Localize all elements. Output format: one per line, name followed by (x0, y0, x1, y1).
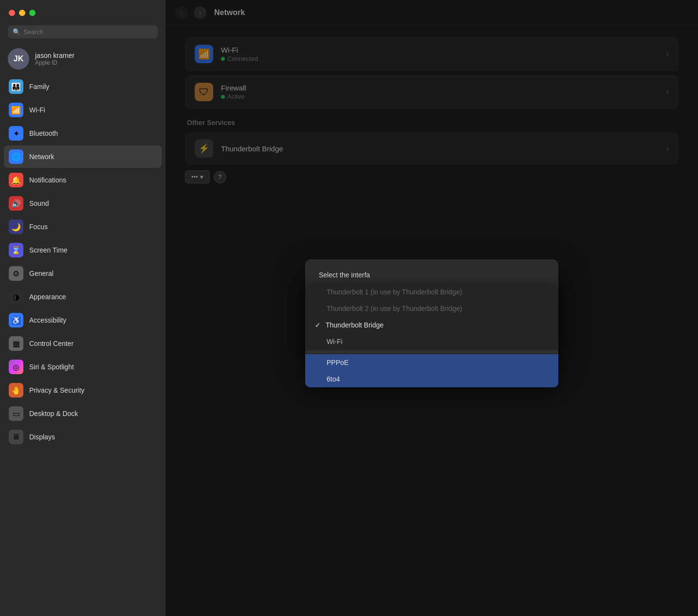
search-input[interactable] (23, 28, 153, 36)
dropdown-separator (305, 352, 558, 352)
notifications-icon: 🔔 (9, 173, 23, 187)
sidebar-label-siri-spotlight: Siri & Spotlight (29, 363, 74, 371)
sidebar-label-control-center: Control Center (29, 340, 73, 347)
dropdown-section-top: Thunderbolt 1 (in use by Thunderbolt Bri… (305, 284, 558, 350)
maximize-button[interactable] (29, 10, 36, 16)
dropdown-item-tb1[interactable]: Thunderbolt 1 (in use by Thunderbolt Bri… (305, 284, 558, 300)
displays-icon: 🖥 (9, 430, 23, 444)
general-icon: ⚙ (9, 266, 23, 281)
sidebar-label-accessibility: Accessibility (29, 316, 66, 324)
sidebar-item-general[interactable]: ⚙General (4, 262, 162, 285)
bluetooth-icon: ✦ (9, 126, 23, 141)
sidebar-item-sound[interactable]: 🔊Sound (4, 192, 162, 215)
main-content: ‹ › Network 📶 Wi-Fi Connected › 🛡 Firewa… (165, 0, 698, 616)
privacy-security-icon: 🤚 (9, 383, 23, 398)
dropdown-item-tbbridge[interactable]: Thunderbolt Bridge (305, 317, 558, 333)
sidebar-item-siri-spotlight[interactable]: ◎Siri & Spotlight (4, 356, 162, 378)
sidebar-label-screen-time: Screen Time (29, 246, 68, 254)
sound-icon: 🔊 (9, 196, 23, 211)
interface-dropdown-popup: Thunderbolt 1 (in use by Thunderbolt Bri… (305, 284, 558, 387)
sidebar-label-network: Network (29, 153, 54, 161)
dropdown-item-6to4[interactable]: 6to4 (305, 371, 558, 387)
sidebar-item-bluetooth[interactable]: ✦Bluetooth (4, 122, 162, 145)
sidebar-titlebar (0, 0, 165, 25)
sidebar-item-desktop-dock[interactable]: ▭Desktop & Dock (4, 402, 162, 425)
avatar: JK (8, 48, 29, 70)
user-subtitle: Apple ID (35, 59, 74, 66)
user-info: jason kramer Apple ID (35, 52, 74, 66)
sidebar-item-appearance[interactable]: ◑Appearance (4, 286, 162, 308)
sidebar-label-bluetooth: Bluetooth (29, 129, 58, 137)
sidebar-label-appearance: Appearance (29, 293, 66, 301)
sidebar-item-network[interactable]: 🌐Network (4, 145, 162, 168)
family-icon: 👨‍👩‍👧 (9, 79, 23, 94)
dropdown-item-pppoe[interactable]: PPPoE (305, 354, 558, 371)
sidebar-label-focus: Focus (29, 223, 48, 231)
focus-icon: 🌙 (9, 219, 23, 234)
dialog-title: Select the interfa (319, 271, 545, 279)
sidebar-label-wifi: Wi-Fi (29, 106, 45, 114)
screen-time-icon: ⌛ (9, 243, 23, 257)
sidebar-label-sound: Sound (29, 199, 49, 207)
search-box[interactable]: 🔍 (8, 25, 158, 38)
sidebar-item-wifi[interactable]: 📶Wi-Fi (4, 99, 162, 121)
sidebar-item-control-center[interactable]: ▦Control Center (4, 332, 162, 355)
sidebar-item-screen-time[interactable]: ⌛Screen Time (4, 239, 162, 261)
desktop-dock-icon: ▭ (9, 406, 23, 421)
control-center-icon: ▦ (9, 336, 23, 351)
appearance-icon: ◑ (9, 290, 23, 304)
siri-spotlight-icon: ◎ (9, 360, 23, 374)
sidebar-label-notifications: Notifications (29, 176, 66, 184)
dropdown-item-wifi[interactable]: Wi-Fi (305, 333, 558, 350)
sidebar-label-displays: Displays (29, 433, 55, 441)
sidebar-item-accessibility[interactable]: ♿Accessibility (4, 309, 162, 331)
user-profile[interactable]: JK jason kramer Apple ID (0, 44, 165, 75)
accessibility-icon: ♿ (9, 313, 23, 327)
search-icon: 🔍 (13, 28, 20, 36)
sidebar-label-family: Family (29, 83, 49, 91)
sidebar-label-privacy-security: Privacy & Security (29, 386, 85, 394)
wifi-icon: 📶 (9, 103, 23, 117)
sidebar-list: 👨‍👩‍👧Family📶Wi-Fi✦Bluetooth🌐Network🔔Noti… (0, 75, 165, 616)
sidebar-item-displays[interactable]: 🖥Displays (4, 426, 162, 448)
sidebar-item-privacy-security[interactable]: 🤚Privacy & Security (4, 379, 162, 401)
sidebar-item-focus[interactable]: 🌙Focus (4, 216, 162, 238)
minimize-button[interactable] (19, 10, 25, 16)
user-name: jason kramer (35, 52, 74, 59)
network-icon: 🌐 (9, 149, 23, 164)
sidebar-label-desktop-dock: Desktop & Dock (29, 410, 78, 417)
dialog-wrapper: Select the interfa Interfac Thunderbolt … (305, 259, 558, 357)
close-button[interactable] (9, 10, 15, 16)
dropdown-item-tb2[interactable]: Thunderbolt 2 (in use by Thunderbolt Bri… (305, 300, 558, 317)
sidebar-label-general: General (29, 270, 54, 277)
sidebar-item-notifications[interactable]: 🔔Notifications (4, 169, 162, 191)
sidebar: 🔍 JK jason kramer Apple ID 👨‍👩‍👧Family📶W… (0, 0, 165, 616)
sidebar-item-family[interactable]: 👨‍👩‍👧Family (4, 75, 162, 98)
modal-overlay: Select the interfa Interfac Thunderbolt … (165, 0, 698, 616)
